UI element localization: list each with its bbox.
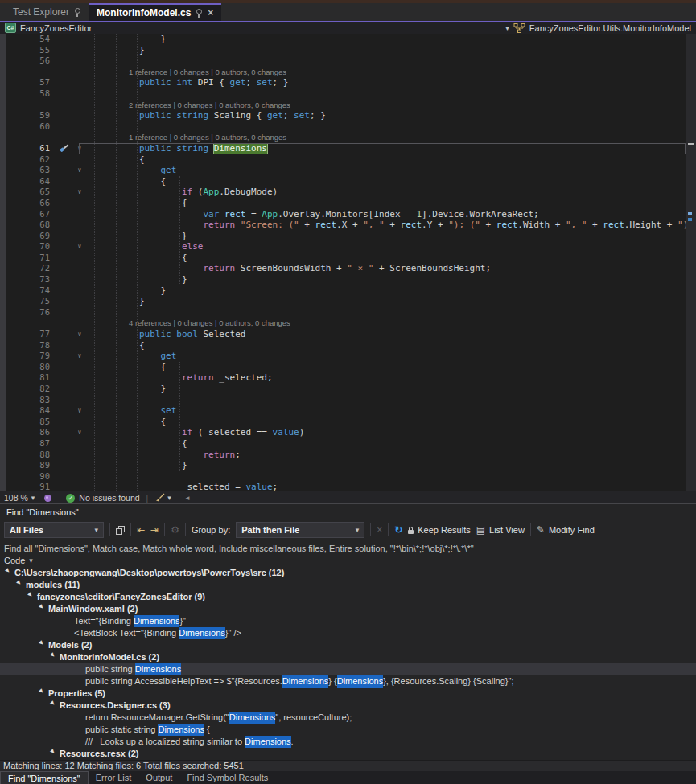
fold-chevron-icon[interactable]: ∨ [73,351,86,362]
fold-chevron-icon[interactable]: ∨ [73,143,86,154]
code-line[interactable]: 61∨ public string Dimensions [0,143,686,154]
collapse-all-button[interactable]: ⇤ [137,525,145,535]
find-folder-row[interactable]: ▶Models (2) [0,639,696,651]
clear-results-button[interactable]: × [377,525,382,535]
find-result-row[interactable]: /// Looks up a localized string similar … [0,736,696,748]
code-line[interactable]: 69 } [0,231,686,242]
group-by-combobox[interactable]: Path then File ▾ [236,522,364,538]
code-line[interactable]: 79∨ get [0,351,686,362]
code-line[interactable]: 89 } [0,460,686,471]
pin-icon[interactable] [75,8,80,14]
find-file-row[interactable]: ▶Resources.resx (2) [0,748,696,760]
code-line[interactable]: 75 } [0,296,686,307]
code-token: (_selected == [192,427,272,437]
code-line[interactable]: 58 [0,88,686,100]
code-line[interactable]: 66 { [0,198,686,209]
code-line[interactable]: 80 { [0,362,686,373]
code-line[interactable]: 64 { [0,176,686,187]
code-line[interactable]: 70∨ else [0,241,686,252]
code-line[interactable]: 55 } [0,45,686,56]
find-folder-row[interactable]: ▶modules (11) [0,579,696,591]
settings-button[interactable]: ⚙ [171,525,179,535]
code-line[interactable]: 87 { [0,438,686,449]
line-number: 81 [6,372,56,384]
fold-chevron-icon[interactable]: ∨ [73,241,86,252]
zoom-selector[interactable]: 108 % ▾ [4,493,35,503]
code-line[interactable]: 86∨ if (_selected == value) [0,427,686,438]
fold-chevron-icon[interactable]: ∨ [73,329,86,340]
keep-results-toggle[interactable]: Keep Results [418,525,470,535]
code-line[interactable]: 82 } [0,384,686,395]
code-line[interactable]: 73 } [0,274,686,285]
code-editor[interactable]: 54 }55 }561 reference | 0 changes | 0 au… [0,34,696,491]
refresh-button[interactable]: ↻ [394,525,402,535]
scope-combobox[interactable]: All Files ▾ [4,522,104,538]
quick-actions-screwdriver-icon[interactable] [60,144,69,153]
code-line[interactable]: 67 var rect = App.Overlay.Monitors[Index… [0,209,686,220]
panel-tab-output[interactable]: Output [138,771,179,784]
code-line[interactable]: 78 { [0,340,686,351]
fold-chevron-icon[interactable]: ∨ [73,405,86,417]
line-number: 63 [6,165,56,176]
find-folder-row[interactable]: ▶fancyzones\editor\FancyZonesEditor (9) [0,591,696,603]
panel-tab-find-symbol-results[interactable]: Find Symbol Results [179,771,275,784]
list-view-toggle[interactable]: List View [489,525,525,535]
code-line[interactable]: 84∨ set [0,405,686,417]
code-line[interactable]: 68 return "Screen: (" + rect.X + ", " + … [0,220,686,231]
feedback-icon[interactable] [44,495,51,502]
code-line[interactable]: 81 return _selected; [0,372,686,384]
fold-chevron-icon[interactable]: ∨ [73,187,86,198]
find-result-row[interactable]: public string Dimensions [0,663,696,675]
code-line[interactable]: 85 { [0,417,686,428]
code-line[interactable]: 71 { [0,252,686,264]
pin-icon[interactable] [196,9,202,14]
code-token: ; [283,110,294,121]
code-line[interactable]: 72 return ScreenBoundsWidth + " × " + Sc… [0,263,686,274]
code-line[interactable]: 77∨ public bool Selected [0,329,686,340]
content-filter-dropdown[interactable]: Code ▾ [0,555,696,566]
code-line[interactable]: 91 _selected = value; [0,482,686,491]
document-tab-test-explorer[interactable]: Test Explorer [5,3,89,21]
find-result-row[interactable]: Text="{Binding Dimensions}" [0,615,696,627]
document-tab-monitorinfomodel-cs[interactable]: MonitorInfoModel.cs× [89,3,221,21]
code-line[interactable]: 62 { [0,154,686,166]
vertical-scrollbar[interactable] [686,34,696,491]
chevron-down-icon[interactable]: ▾ [505,24,509,32]
close-icon[interactable]: × [208,9,213,17]
expand-all-button[interactable]: ⇥ [150,525,159,535]
code-line[interactable]: 90 [0,471,686,482]
find-file-row[interactable]: ▶MainWindow.xaml (2) [0,603,696,615]
find-folder-row[interactable]: ▶C:\Users\zhaopengwang\Desktop\powertoys… [0,567,696,579]
code-line[interactable]: 54 } [0,34,686,45]
code-line[interactable]: 65∨ if (App.DebugMode) [0,187,686,198]
chevron-down-icon[interactable]: ▾ [31,494,35,502]
modify-find-button[interactable]: Modify Find [549,525,595,535]
code-line[interactable]: 63∨ get [0,165,686,176]
fold-chevron-icon[interactable]: ∨ [73,427,86,438]
find-file-row[interactable]: ▶Resources.Designer.cs (3) [0,700,696,712]
find-result-row[interactable]: return ResourceManager.GetString("Dimens… [0,712,696,724]
symbol-breadcrumb[interactable]: ▾ FancyZonesEditor.Utils.MonitorInfoMode… [505,23,691,33]
code-line[interactable]: 56 [0,55,686,67]
find-file-row[interactable]: ▶MonitorInfoModel.cs (2) [0,651,696,663]
code-line[interactable]: 88 return; [0,449,686,461]
find-folder-row[interactable]: ▶Properties (5) [0,688,696,700]
code-line[interactable]: 57 public int DPI { get; set; } [0,77,686,88]
code-line[interactable]: 76 [0,307,686,318]
find-result-row[interactable]: public string AccessibleHelpText => $"{R… [0,675,696,688]
code-line[interactable]: 83 [0,395,686,406]
find-result-row[interactable]: <TextBlock Text="{Binding Dimensions}" /… [0,627,696,639]
find-result-row[interactable]: public static string Dimensions { [0,724,696,736]
project-breadcrumb[interactable]: C# FancyZonesEditor [5,23,92,33]
code-cleanup-broom-icon[interactable] [154,493,165,503]
copy-button[interactable] [116,526,125,535]
fold-chevron-icon[interactable]: ∨ [73,165,86,176]
scroll-left-button[interactable]: ◄ [184,495,191,502]
panel-tab-find-dimensions[interactable]: Find "Dimensions" [0,771,89,784]
panel-tab-error-list[interactable]: Error List [89,771,139,784]
code-line[interactable]: 59 public string Scaling { get; set; } [0,110,686,121]
code-line[interactable]: 60 [0,121,686,133]
issues-status-text[interactable]: No issues found [79,493,139,503]
code-line[interactable]: 74 } [0,285,686,297]
chevron-down-icon[interactable]: ▾ [167,494,171,502]
